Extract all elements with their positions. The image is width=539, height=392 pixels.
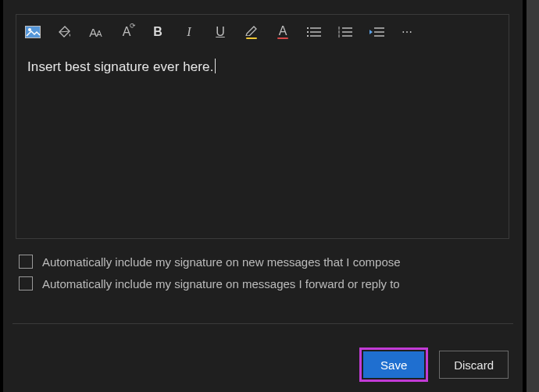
footer-buttons: Save Discard [3, 337, 523, 392]
option-reply-forward[interactable]: Automatically include my signature on me… [19, 276, 401, 290]
decrease-indent-icon[interactable] [368, 23, 385, 41]
save-button[interactable]: Save [363, 351, 424, 378]
font-size-button[interactable]: AA [87, 23, 104, 41]
signature-text: Insert best signature ever here. [27, 59, 214, 74]
text-caret [215, 59, 216, 73]
footer-divider [12, 323, 513, 324]
signature-settings-panel: AA A⟳ B I U [3, 0, 523, 392]
signature-text-area[interactable]: Insert best signature ever here. [16, 46, 509, 87]
highlight-color-bar [246, 37, 257, 39]
checkbox-new-messages[interactable] [19, 255, 33, 269]
checkbox-reply-forward[interactable] [19, 276, 33, 290]
save-button-highlight: Save [359, 347, 428, 382]
highlight-button[interactable] [243, 23, 260, 41]
font-color-button[interactable]: A [274, 23, 291, 41]
svg-rect-7 [307, 35, 309, 37]
label-reply-forward: Automatically include my signature on me… [42, 277, 400, 290]
scrollbar[interactable] [527, 0, 539, 392]
discard-button[interactable]: Discard [439, 351, 509, 379]
insert-image-icon[interactable] [24, 23, 41, 41]
font-size-reset-button[interactable]: A⟳ [118, 23, 135, 41]
editor-toolbar: AA A⟳ B I U [16, 15, 509, 46]
svg-marker-17 [369, 30, 373, 34]
option-new-messages[interactable]: Automatically include my signature on ne… [19, 255, 401, 269]
label-new-messages: Automatically include my signature on ne… [42, 255, 401, 269]
bulleted-list-icon[interactable] [305, 23, 323, 41]
svg-rect-5 [307, 27, 309, 29]
more-options-icon[interactable]: ⋯ [399, 23, 416, 41]
signature-options: Automatically include my signature on ne… [19, 255, 401, 290]
paint-bucket-icon[interactable] [55, 23, 73, 41]
font-color-bar [277, 37, 288, 39]
svg-point-1 [28, 28, 31, 31]
bold-button[interactable]: B [149, 23, 166, 41]
numbered-list-icon[interactable] [337, 23, 354, 41]
italic-button[interactable]: I [180, 23, 198, 41]
svg-rect-6 [307, 31, 309, 33]
signature-editor[interactable]: AA A⟳ B I U [16, 14, 509, 239]
underline-button[interactable]: U [212, 23, 229, 41]
